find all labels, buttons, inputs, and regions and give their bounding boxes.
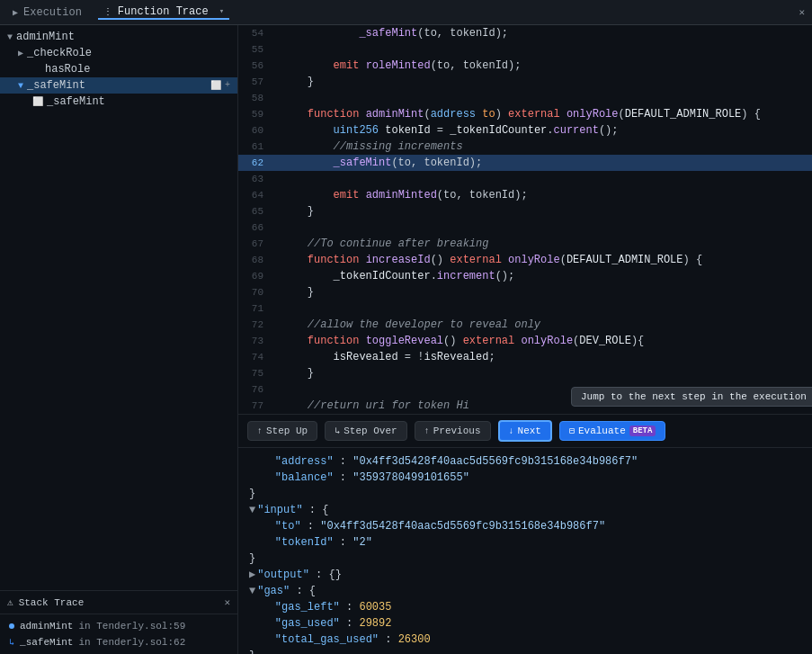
step-up-icon: ↑ bbox=[257, 426, 263, 436]
step-up-button[interactable]: ↑ Step Up bbox=[247, 421, 317, 441]
stack-trace-item-safeMint: ↳ _safeMint in Tenderly.sol:62 bbox=[0, 634, 237, 650]
left-sidebar: ▼ adminMint ▶ _checkRole hasRole ▼ _safe… bbox=[0, 25, 238, 654]
evaluate-button[interactable]: ⊟ Evaluate BETA bbox=[559, 421, 665, 441]
json-line-tokenId: "tokenId" : "2" bbox=[249, 534, 801, 551]
line-content-61: //missing increments bbox=[274, 139, 812, 155]
code-line-58: 58 bbox=[238, 90, 812, 106]
function-trace-icon: ⋮ bbox=[103, 6, 112, 17]
tree-item-hasRole[interactable]: hasRole bbox=[0, 61, 237, 77]
tab-chevron-icon: ▾ bbox=[219, 6, 224, 16]
code-line-67: 67 //To continue after breaking bbox=[238, 236, 812, 252]
json-line-gas-used: "gas_used" : 29892 bbox=[249, 615, 801, 632]
code-line-71: 71 bbox=[238, 300, 812, 317]
line-content-54: _safeMint(to, tokenId); bbox=[274, 25, 812, 41]
code-line-75: 75 } bbox=[238, 365, 812, 381]
expand-icon-checkRole: ▶ bbox=[18, 48, 23, 58]
tree-action-icons: ⬜ + bbox=[210, 80, 230, 91]
json-line-close1: } bbox=[249, 486, 801, 502]
code-line-60: 60 uint256 tokenId = _tokenIdCounter.cur… bbox=[238, 122, 812, 139]
input-expand-arrow[interactable] bbox=[249, 504, 255, 516]
breakpoint-icon[interactable]: ⬜ bbox=[210, 80, 221, 91]
line-num-73: 73 bbox=[238, 333, 274, 349]
previous-label: Previous bbox=[433, 426, 481, 436]
line-content-64: emit adminMinted(to, tokenId); bbox=[274, 187, 812, 203]
tab-execution-label: Execution bbox=[23, 6, 82, 19]
code-line-68: 68 function increaseId() external onlyRo… bbox=[238, 252, 812, 268]
line-num-67: 67 bbox=[238, 236, 274, 252]
step-over-button[interactable]: ↳ Step Over bbox=[325, 421, 406, 441]
line-num-74: 74 bbox=[238, 349, 274, 365]
line-content-65: } bbox=[274, 203, 812, 219]
expand-icon-adminMint: ▼ bbox=[7, 32, 13, 42]
line-content-72: //allow the developer to reveal only bbox=[274, 317, 812, 333]
expand-icon-safeMint-parent: ▼ bbox=[18, 81, 23, 91]
gas-expand-arrow[interactable] bbox=[249, 585, 255, 597]
output-expand-arrow[interactable] bbox=[249, 569, 255, 581]
line-content-75: } bbox=[274, 365, 812, 381]
code-line-56: 56 emit roleMinted(to, tokenId); bbox=[238, 58, 812, 74]
line-content-74: isRevealed = !isRevealed; bbox=[274, 349, 812, 365]
line-num-75: 75 bbox=[238, 365, 274, 381]
line-num-60: 60 bbox=[238, 122, 274, 139]
line-num-65: 65 bbox=[238, 203, 274, 219]
line-content-69: _tokenIdCounter.increment(); bbox=[274, 268, 812, 284]
tab-function-trace[interactable]: ⋮ Function Trace ▾ bbox=[98, 5, 229, 20]
line-num-69: 69 bbox=[238, 268, 274, 284]
step-over-icon: ↳ bbox=[335, 426, 340, 436]
code-editor: 54 _safeMint(to, tokenId); 55 56 emit ro… bbox=[238, 25, 812, 414]
json-line-balance: "balance" : "3593780499101655" bbox=[249, 470, 801, 486]
tab-execution[interactable]: ▶ Execution bbox=[7, 6, 87, 19]
previous-button[interactable]: ↑ Previous bbox=[415, 421, 491, 441]
code-line-65: 65 } bbox=[238, 203, 812, 219]
json-output-panel: "address" : "0x4ff3d5428f40aac5d5569fc9b… bbox=[238, 447, 812, 654]
tree-label-safeMint-child: _safeMint bbox=[47, 95, 230, 108]
toolbar-wrapper: Jump to the next step in the execution ↑… bbox=[238, 414, 812, 447]
next-button-tooltip: Jump to the next step in the execution bbox=[571, 387, 812, 407]
stack-trace-item-adminMint: adminMint in Tenderly.sol:59 bbox=[0, 618, 237, 634]
code-line-66: 66 bbox=[238, 219, 812, 236]
json-line-address: "address" : "0x4ff3d5428f40aac5d5569fc9b… bbox=[249, 453, 801, 470]
line-num-64: 64 bbox=[238, 187, 274, 203]
main-layout: ▼ adminMint ▶ _checkRole hasRole ▼ _safe… bbox=[0, 25, 812, 654]
line-content-62: _safeMint(to, tokenId); bbox=[274, 155, 812, 171]
evaluate-label: Evaluate bbox=[578, 426, 626, 436]
beta-badge: BETA bbox=[629, 426, 656, 436]
code-line-57: 57 } bbox=[238, 74, 812, 90]
code-line-73: 73 function toggleReveal() external only… bbox=[238, 333, 812, 349]
arrow-icon-safeMint: ↳ bbox=[9, 637, 14, 648]
step-up-label: Step Up bbox=[266, 426, 308, 436]
previous-icon: ↑ bbox=[424, 426, 430, 436]
right-panel: 54 _safeMint(to, tokenId); 55 56 emit ro… bbox=[238, 25, 812, 654]
line-num-57: 57 bbox=[238, 74, 274, 90]
tree-item-safeMint-parent[interactable]: ▼ _safeMint ⬜ + bbox=[0, 77, 237, 94]
code-line-63: 63 bbox=[238, 171, 812, 187]
stack-trace-close-button[interactable]: ✕ bbox=[224, 596, 230, 608]
code-line-69: 69 _tokenIdCounter.increment(); bbox=[238, 268, 812, 284]
close-tab-button[interactable]: ✕ bbox=[799, 6, 805, 18]
tree-item-safeMint-child[interactable]: ⬜ _safeMint bbox=[0, 94, 237, 110]
tree-label-checkRole: _checkRole bbox=[27, 47, 230, 59]
stack-loc-adminMint: in Tenderly.sol:59 bbox=[78, 621, 185, 632]
line-content-68: function increaseId() external onlyRole(… bbox=[274, 252, 812, 268]
next-icon: ↓ bbox=[509, 426, 514, 436]
tree-item-checkRole[interactable]: ▶ _checkRole bbox=[0, 45, 237, 61]
line-num-71: 71 bbox=[238, 300, 274, 317]
code-line-64: 64 emit adminMinted(to, tokenId); bbox=[238, 187, 812, 203]
add-icon[interactable]: + bbox=[225, 80, 230, 91]
tree-item-adminMint[interactable]: ▼ adminMint bbox=[0, 29, 237, 45]
next-button[interactable]: ↓ Next bbox=[498, 420, 552, 442]
json-line-gas-left: "gas_left" : 60035 bbox=[249, 599, 801, 615]
next-label: Next bbox=[518, 426, 541, 436]
line-num-58: 58 bbox=[238, 90, 274, 106]
code-line-61: 61 //missing increments bbox=[238, 139, 812, 155]
code-line-55: 55 bbox=[238, 41, 812, 58]
json-line-output: "output" : {} bbox=[249, 567, 801, 583]
line-num-70: 70 bbox=[238, 284, 274, 300]
line-num-63: 63 bbox=[238, 171, 274, 187]
leaf-icon-safeMint-child: ⬜ bbox=[32, 96, 43, 107]
line-content-70: } bbox=[274, 284, 812, 300]
line-num-56: 56 bbox=[238, 58, 274, 74]
line-content-59: function adminMint(address to) external … bbox=[274, 106, 812, 122]
stack-trace-header: ⚠ Stack Trace ✕ bbox=[0, 590, 237, 614]
line-num-62: 62 bbox=[238, 155, 274, 171]
